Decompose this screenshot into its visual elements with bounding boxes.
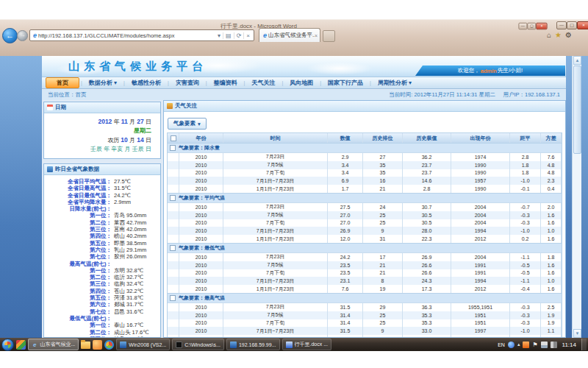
taskbar-window-1[interactable]: Win2008 (VS2...: [116, 339, 170, 350]
tray-ime-icon[interactable]: [508, 342, 514, 348]
tab-close-icon[interactable]: ×: [315, 33, 318, 38]
new-tab-button[interactable]: [323, 30, 335, 42]
element-group-row[interactable]: 气象要素：最高气温: [168, 293, 562, 303]
explorer-folder-icon[interactable]: [81, 342, 90, 349]
table-row[interactable]: 20107月1日~7月23日26.9928.01994-1.01.0: [168, 227, 562, 235]
ie-maximize-button[interactable]: ▢: [567, 21, 577, 29]
nav-item-2[interactable]: 数据分析 ▾: [84, 77, 122, 88]
scroll-up-icon[interactable]: ▲: [573, 56, 581, 65]
favorites-star-icon[interactable]: ★: [555, 31, 562, 39]
table-cell: 2.9: [328, 153, 363, 161]
page-scrollbar[interactable]: ▲ ▼: [572, 56, 581, 338]
taskbar-app-icon[interactable]: [16, 340, 26, 350]
checkbox[interactable]: [170, 195, 176, 201]
table-row[interactable]: 20107月下旬3.43523.719901.84.8: [168, 169, 562, 177]
table-row[interactable]: 20107月23日27.52430.72004-0.72.0: [168, 203, 562, 211]
header-cell: 年份: [179, 133, 223, 143]
row-checkbox-cell: [168, 253, 179, 261]
table-row[interactable]: 20107月1日~7月23日31.5933.01997-1.01.1: [168, 327, 562, 335]
ie-close-button[interactable]: ×: [577, 21, 588, 29]
scrollbar-thumb[interactable]: [573, 66, 581, 154]
ie-window-controls[interactable]: — ▢ ×: [556, 21, 588, 29]
taskbar-clock[interactable]: 11:14: [560, 342, 578, 348]
taskbar-window-3[interactable]: 192.168.59.99...: [226, 339, 280, 350]
taskbar-ie-window[interactable]: e 山东省气候业...: [28, 339, 79, 350]
checkbox[interactable]: [171, 135, 176, 141]
table-cell: 1994: [451, 277, 510, 285]
tab-title[interactable]: 山东省气候业务平...: [268, 32, 315, 39]
table-cell: 7月下旬: [223, 169, 328, 177]
element-filter-button[interactable]: 气象要素 ▾: [168, 118, 207, 130]
volume-icon[interactable]: [551, 342, 557, 348]
table-row[interactable]: 20107月23日2.92736.219742.87.6: [168, 153, 562, 161]
nav-item-9[interactable]: 周期性分析 ▾: [373, 77, 417, 88]
checkbox[interactable]: [170, 245, 176, 251]
element-group-row[interactable]: 气象要素：平均气温: [168, 193, 562, 203]
stop-icon[interactable]: ×: [243, 32, 252, 39]
table-row[interactable]: 20107月5候3.43523.719901.84.8: [168, 161, 562, 169]
element-group-row[interactable]: 气象要素：降水量: [168, 143, 562, 153]
row-checkbox-cell: [168, 319, 179, 328]
table-row[interactable]: 20101月1日~7月23日1.7212.81990-0.10.4: [168, 185, 562, 193]
nav-item-6[interactable]: 天气关注: [246, 77, 280, 88]
table-row[interactable]: 20107月23日24.21726.92004-1.11.8: [168, 253, 562, 261]
table-cell: 7月23日: [223, 153, 328, 161]
element-group-row[interactable]: 气象要素：最低气温: [168, 243, 562, 253]
nav-item-5[interactable]: 整编资料: [209, 77, 243, 88]
taskbar-window-2[interactable]: C:\Windows\s...: [172, 339, 224, 350]
table-row[interactable]: 20107月5候23.52126.61991-0.51.6: [168, 261, 562, 269]
table-cell: 7月5候: [223, 311, 328, 319]
show-hidden-icons[interactable]: ▴: [517, 342, 520, 347]
home-icon[interactable]: ⌂: [547, 31, 551, 39]
search-dropdown-icon[interactable]: ▾: [215, 32, 223, 39]
table-cell: 1.6: [541, 235, 562, 243]
nav-item-1[interactable]: 首页: [46, 77, 79, 88]
nav-item-4[interactable]: 灾害查询: [171, 77, 204, 88]
table-row[interactable]: 20107月5候31.42535.31951-0.31.9: [168, 311, 562, 319]
table-row[interactable]: 20107月下旬27.02530.52004-0.31.6: [168, 219, 562, 227]
browser-app-icon[interactable]: [104, 340, 114, 350]
table-row[interactable]: 20107月1日~7月23日6.91614.61957-1.02.3: [168, 177, 562, 185]
address-bar[interactable]: e http://192.168.137.1/GLCCLIMATE/module…: [29, 29, 254, 41]
scroll-down-icon[interactable]: ▼: [573, 329, 581, 338]
word-maximize-button[interactable]: ▢: [527, 23, 536, 29]
checkbox[interactable]: [170, 145, 176, 151]
table-row[interactable]: 20107月5候27.02530.52004-0.31.6: [168, 211, 562, 219]
word-window-controls[interactable]: — ▢ ×: [518, 23, 547, 29]
action-center-flag-icon[interactable]: ⚑: [532, 342, 537, 348]
table-row[interactable]: 20107月下旬31.42535.31951-0.31.9: [168, 319, 562, 328]
back-button[interactable]: ←: [2, 28, 18, 43]
refresh-icon[interactable]: ⟳: [234, 32, 244, 39]
show-desktop-button[interactable]: [581, 339, 587, 350]
network-icon[interactable]: [541, 342, 548, 348]
table-row[interactable]: 20101月1日~7月23日7.61917.32012-0.41.6: [168, 285, 562, 293]
table-cell: 1990: [451, 185, 510, 193]
taskbar-window-4[interactable]: 行千里.docx ...: [282, 339, 332, 350]
start-button[interactable]: [1, 339, 14, 351]
word-minimize-button[interactable]: —: [518, 23, 527, 29]
nav-item-3[interactable]: 敏感性分析: [126, 77, 166, 88]
media-app-icon[interactable]: [93, 340, 102, 350]
nav-item-7[interactable]: 风向地图: [284, 77, 318, 88]
row-checkbox-cell: [168, 303, 179, 311]
url-text[interactable]: http://192.168.137.1/GLCCLIMATE/modules/…: [38, 32, 215, 39]
table-cell: 2010: [179, 169, 223, 177]
browser-tab[interactable]: e 山东省气候业务平... ×: [259, 28, 320, 42]
table-row[interactable]: 20107月23日31.52936.31955,1951-0.32.5: [168, 303, 562, 311]
compatibility-view-icon[interactable]: ▤: [223, 32, 234, 39]
table-row[interactable]: 20101月1日~7月23日12.03122.320120.21.6: [168, 235, 562, 243]
table-cell: 35.3: [403, 311, 451, 319]
checkbox[interactable]: [170, 295, 176, 301]
ie-minimize-button[interactable]: —: [556, 21, 567, 29]
word-close-button[interactable]: ×: [536, 23, 547, 29]
table-cell: 24: [363, 203, 403, 211]
tray-app-icon[interactable]: [523, 342, 529, 348]
tools-gear-icon[interactable]: ⚙: [565, 31, 572, 39]
nav-item-8[interactable]: 国家下行产品: [323, 77, 368, 88]
forward-button[interactable]: →: [17, 30, 28, 41]
stat-label: 第二位：: [44, 219, 112, 226]
table-row[interactable]: 20107月下旬23.52126.61991-0.51.6: [168, 269, 562, 277]
table-row[interactable]: 20107月1日~7月23日23.1824.31994-1.11.0: [168, 277, 562, 285]
table-cell: 1月1日~7月23日: [223, 185, 328, 193]
language-indicator[interactable]: EN: [498, 342, 505, 347]
